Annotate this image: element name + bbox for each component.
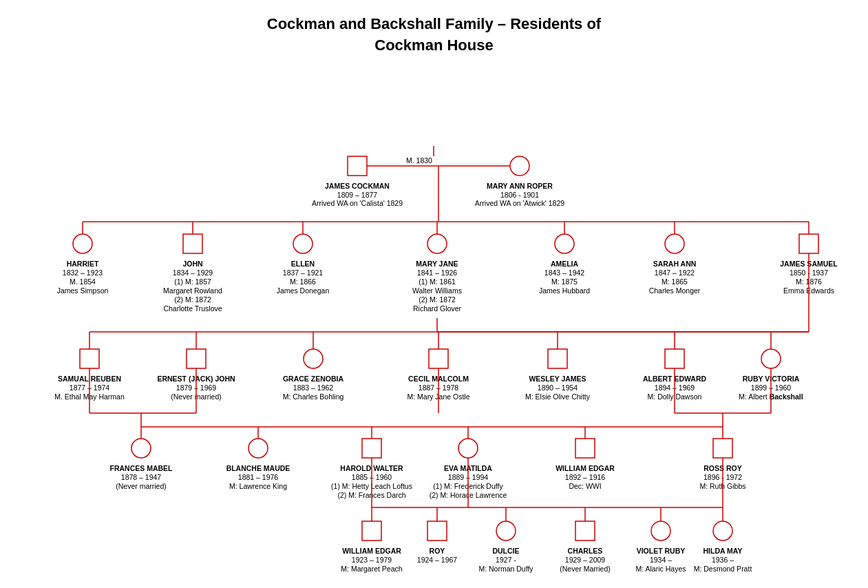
amelia-spouse: James Hubbard xyxy=(539,286,590,295)
harriet-spouse: James Simpson xyxy=(57,286,109,295)
violetruby-spouse: M: Alaric Hayes xyxy=(636,565,686,573)
svg-point-15 xyxy=(293,234,313,253)
charles-detail: (Never Married) xyxy=(560,565,611,573)
svg-rect-14 xyxy=(183,234,202,253)
john-spouse1: Margaret Rowland xyxy=(163,286,222,295)
amelia-marriage: M: 1875 xyxy=(551,277,578,286)
maryjane-spouse2: Richard Glover xyxy=(413,304,462,313)
svg-point-13 xyxy=(73,234,92,253)
maryjane-years: 1841 – 1926 xyxy=(417,269,458,277)
john-m2: (2) M: 1872 xyxy=(174,295,211,304)
amelia-name: AMELIA xyxy=(551,260,579,268)
wesley-spouse: M: Elsie Olive Chitty xyxy=(525,392,591,401)
james-cockman-name: JAMES COCKMAN xyxy=(325,182,390,190)
john-years: 1834 – 1929 xyxy=(173,269,213,277)
svg-rect-59 xyxy=(713,439,732,458)
violetruby-years: 1934 – xyxy=(650,556,672,564)
williamedgar-detail: Dec: WWI xyxy=(569,482,601,490)
harriet-marriage: M. 1854 xyxy=(70,277,96,286)
james-cockman-years: 1809 – 1877 xyxy=(337,191,378,199)
maryjane-spouse1: Walter Williams xyxy=(412,286,462,295)
violetrruby-name: VIOLET RUBY xyxy=(637,547,686,555)
gen4-williamedgar-spouse: M: Margaret Peach xyxy=(341,565,402,573)
charles-name: CHARLES xyxy=(568,547,603,555)
svg-point-72 xyxy=(496,521,516,540)
page: Cockman and Backshall Family – Residents… xyxy=(0,0,868,588)
charles-years: 1929 – 2009 xyxy=(565,556,606,564)
hildamay-name: HILDA MAY xyxy=(703,547,743,555)
john-spouse2: Charlotte Truslove xyxy=(163,304,222,313)
svg-rect-70 xyxy=(362,521,381,540)
mary-ann-detail: Arrived WA on 'Atwick' 1829 xyxy=(475,199,564,207)
john-m1: (1) M: 1857 xyxy=(174,277,211,286)
james-cockman-detail: Arrived WA on 'Calista' 1829 xyxy=(312,199,403,207)
wesley-name: WESLEY JAMES xyxy=(529,375,586,383)
svg-point-16 xyxy=(427,234,447,253)
grace-spouse: M: Charles Bohling xyxy=(283,392,344,401)
hildamay-years: 1936 – xyxy=(712,556,734,564)
mary-ann-name: MARY ANN ROPER xyxy=(487,182,553,190)
marriage-label-gen0: M. 1830 xyxy=(406,156,432,165)
frances-years: 1878 – 1947 xyxy=(121,473,162,481)
roy-years: 1924 – 1967 xyxy=(417,556,458,564)
ellen-spouse: James Donegan xyxy=(277,286,330,295)
wesley-years: 1890 – 1954 xyxy=(538,384,578,392)
williamedgar-name: WILLIAM EDGAR xyxy=(555,464,615,472)
ellen-name: ELLEN xyxy=(291,260,315,268)
sarahann-marriage: M: 1865 xyxy=(661,277,688,286)
maryjane-name: MARY JANE xyxy=(416,260,458,268)
svg-rect-56 xyxy=(362,439,381,458)
ellen-marriage: M: 1866 xyxy=(290,277,316,286)
john-name: JOHN xyxy=(182,260,202,268)
blanche-years: 1881 – 1976 xyxy=(238,473,279,481)
svg-point-57 xyxy=(458,439,478,458)
page-title: Cockman and Backshall Family – Residents… xyxy=(14,14,854,56)
sarahann-years: 1847 – 1922 xyxy=(655,269,695,277)
svg-rect-34 xyxy=(429,349,448,368)
svg-rect-32 xyxy=(187,349,206,368)
title-line2: Cockman House xyxy=(374,36,493,54)
svg-rect-73 xyxy=(575,521,595,540)
dulcie-spouse: M: Norman Duffy xyxy=(478,565,533,573)
sarahann-name: SARAH ANN xyxy=(653,260,697,268)
svg-point-33 xyxy=(304,349,323,368)
svg-rect-19 xyxy=(799,234,818,253)
roy-name: ROY xyxy=(430,547,445,555)
svg-rect-1 xyxy=(348,156,367,176)
williamedgar-years: 1892 – 1916 xyxy=(565,473,606,481)
svg-rect-36 xyxy=(665,349,684,368)
frances-name: FRANCES MABEL xyxy=(110,464,173,472)
grace-name: GRACE ZENOBIA xyxy=(283,375,344,383)
svg-rect-31 xyxy=(80,349,99,368)
mary-ann-years: 1806 - 1901 xyxy=(500,191,539,199)
gen4-williamedgar-name: WILLIAM EDGAR xyxy=(342,547,401,555)
harriet-years: 1832 – 1923 xyxy=(63,269,103,277)
svg-point-17 xyxy=(555,234,574,253)
blanche-spouse: M: Lawrence King xyxy=(229,482,287,490)
harriet-name: HARRIET xyxy=(67,260,99,268)
svg-rect-58 xyxy=(575,439,595,458)
dulcie-name: DULCIE xyxy=(492,547,519,555)
svg-point-18 xyxy=(665,234,684,253)
ellen-years: 1837 – 1921 xyxy=(283,269,324,277)
gen4-williamedgar-years: 1923 – 1979 xyxy=(352,556,392,564)
blanche-name: BLANCHE MAUDE xyxy=(226,464,290,472)
family-tree-svg: .red { stroke: #cc0000; fill: none; stro… xyxy=(14,63,854,587)
dulcie-years: 1927 - xyxy=(496,556,516,564)
svg-point-55 xyxy=(248,439,268,458)
maryjane-m2: (2) M: 1872 xyxy=(419,295,456,304)
svg-point-2 xyxy=(510,156,529,176)
frances-detail: (Never married) xyxy=(116,482,167,490)
svg-point-37 xyxy=(761,349,781,368)
hildamay-spouse: M: Desmond Pratt xyxy=(694,565,752,573)
svg-rect-71 xyxy=(427,521,447,540)
svg-point-75 xyxy=(713,521,732,540)
amelia-years: 1843 – 1942 xyxy=(544,269,585,277)
maryjane-m1: (1) M: 1861 xyxy=(419,277,456,286)
svg-point-54 xyxy=(131,439,151,458)
grace-years: 1883 – 1962 xyxy=(293,384,334,392)
svg-rect-35 xyxy=(548,349,567,368)
title-line1: Cockman and Backshall Family – Residents… xyxy=(267,15,601,32)
svg-point-74 xyxy=(651,521,670,540)
sarahann-spouse: Charles Monger xyxy=(649,286,701,295)
